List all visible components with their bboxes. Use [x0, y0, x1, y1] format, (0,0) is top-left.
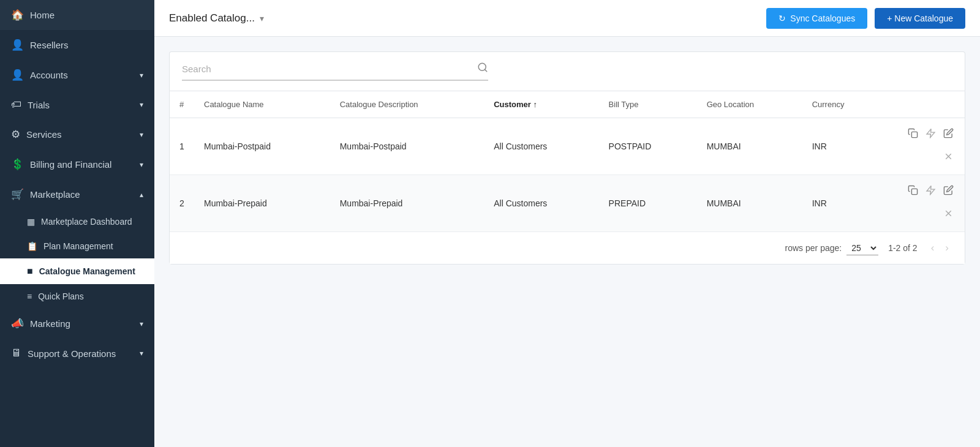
chevron-down-icon: ▾ — [140, 130, 143, 139]
sidebar-item-marketing[interactable]: 📣 Marketing ▾ — [0, 309, 154, 339]
cell-num: 2 — [170, 175, 194, 232]
col-name[interactable]: Catalogue Name — [194, 91, 330, 118]
flash-icon[interactable] — [924, 184, 937, 200]
catalogue-table: # Catalogue Name Catalogue Description C… — [170, 91, 965, 231]
col-num: # — [170, 91, 194, 118]
cell-actions — [884, 175, 965, 232]
disable-icon[interactable] — [942, 150, 955, 166]
page-title: Enabled Catalog... — [169, 12, 255, 24]
search-input[interactable] — [182, 64, 472, 74]
col-bill-type[interactable]: Bill Type — [599, 91, 697, 118]
sidebar-item-label: Marketplace — [30, 189, 134, 200]
search-icon — [477, 62, 488, 76]
sidebar-sub-item-label: Catalogue Management — [39, 266, 135, 276]
main-content: Enabled Catalog... ▾ ↻ Sync Catalogues +… — [154, 0, 980, 447]
trials-icon: 🏷 — [11, 99, 21, 111]
catalogue-table-wrap: # Catalogue Name Catalogue Description C… — [169, 91, 965, 265]
search-bar — [182, 62, 488, 81]
sidebar-sub-item-label: Plan Management — [43, 241, 113, 251]
sidebar-item-home[interactable]: 🏠 Home — [0, 0, 154, 30]
chevron-down-icon: ▾ — [140, 100, 143, 109]
rows-per-page-label: rows per page: — [785, 243, 842, 253]
col-geo-location[interactable]: Geo Location — [697, 91, 802, 118]
edit-icon[interactable] — [942, 184, 955, 200]
marketplace-icon: 🛒 — [11, 188, 24, 201]
rows-per-page-select[interactable]: 25 50 100 — [846, 241, 878, 255]
sidebar-item-resellers[interactable]: 👤 Resellers — [0, 30, 154, 60]
disable-icon[interactable] — [942, 207, 955, 223]
sidebar-item-label: Home — [30, 10, 143, 20]
cell-currency: INR — [802, 118, 884, 175]
col-customer[interactable]: Customer ↑ — [484, 91, 598, 118]
marketing-icon: 📣 — [11, 317, 24, 330]
col-desc[interactable]: Catalogue Description — [330, 91, 484, 118]
cell-desc: Mumbai-Prepaid — [330, 175, 484, 232]
sidebar-item-support-operations[interactable]: 🖥 Support & Operations ▾ — [0, 339, 154, 368]
plan-icon: 📋 — [27, 241, 37, 251]
services-icon: ⚙ — [11, 128, 20, 141]
sidebar-item-marketplace[interactable]: 🛒 Marketplace ▴ — [0, 179, 154, 209]
prev-page-button[interactable]: ‹ — [927, 241, 938, 255]
cell-bill-type: PREPAID — [599, 175, 697, 232]
sync-icon: ↻ — [778, 13, 786, 23]
cell-name: Mumbai-Prepaid — [194, 175, 330, 232]
sidebar-item-catalogue-management[interactable]: ■ Catalogue Management — [0, 258, 154, 284]
support-icon: 🖥 — [11, 347, 21, 359]
col-actions — [884, 91, 965, 118]
topbar-actions: ↻ Sync Catalogues + New Catalogue — [766, 8, 965, 29]
new-label: + New Catalogue — [887, 13, 953, 23]
col-currency[interactable]: Currency — [802, 91, 884, 118]
sidebar-item-accounts[interactable]: 👤 Accounts ▾ — [0, 60, 154, 90]
new-catalogue-button[interactable]: + New Catalogue — [875, 8, 965, 29]
sidebar-item-marketplace-dashboard[interactable]: ▦ Marketplace Dashboard — [0, 209, 154, 234]
chevron-down-icon: ▾ — [140, 71, 143, 80]
catalogue-icon: ■ — [27, 266, 33, 277]
chevron-down-icon: ▾ — [140, 160, 143, 169]
rows-per-page: rows per page: 25 50 100 — [785, 241, 879, 255]
next-page-button[interactable]: › — [941, 241, 952, 255]
table-row: 2 Mumbai-Prepaid Mumbai-Prepaid All Cust… — [170, 175, 965, 232]
sidebar-item-trials[interactable]: 🏷 Trials ▾ — [0, 90, 154, 119]
chevron-up-icon: ▴ — [140, 190, 143, 199]
sidebar-item-label: Marketing — [30, 318, 134, 329]
flash-icon[interactable] — [924, 127, 937, 143]
cell-geo-location: MUMBAI — [697, 175, 802, 232]
cell-customer: All Customers — [484, 118, 598, 175]
sync-catalogues-button[interactable]: ↻ Sync Catalogues — [766, 8, 867, 29]
svg-line-1 — [484, 69, 486, 71]
chevron-down-icon: ▾ — [140, 320, 143, 328]
sidebar-item-label: Billing and Financial — [30, 159, 134, 170]
sync-label: Sync Catalogues — [790, 13, 855, 23]
sidebar-item-label: Support & Operations — [28, 348, 134, 359]
sidebar-item-plan-management[interactable]: 📋 Plan Management — [0, 234, 154, 258]
sidebar-item-label: Services — [26, 129, 134, 140]
content-area: # Catalogue Name Catalogue Description C… — [154, 37, 980, 447]
sort-asc-icon: ↑ — [533, 100, 538, 109]
page-info: 1-2 of 2 — [888, 243, 917, 253]
sidebar-item-billing[interactable]: 💲 Billing and Financial ▾ — [0, 149, 154, 179]
sidebar-item-label: Resellers — [30, 40, 143, 50]
svg-rect-2 — [911, 132, 917, 137]
accounts-icon: 👤 — [11, 69, 24, 81]
sidebar-item-services[interactable]: ⚙ Services ▾ — [0, 119, 154, 149]
cell-name: Mumbai-Postpaid — [194, 118, 330, 175]
home-icon: 🏠 — [11, 9, 24, 21]
resellers-icon: 👤 — [11, 39, 24, 51]
quick-plans-icon: ≡ — [27, 291, 32, 301]
cell-num: 1 — [170, 118, 194, 175]
cell-currency: INR — [802, 175, 884, 232]
sidebar-sub-item-label: Marketplace Dashboard — [41, 217, 132, 227]
copy-icon[interactable] — [907, 184, 919, 200]
dashboard-icon: ▦ — [27, 217, 35, 227]
cell-bill-type: POSTPAID — [599, 118, 697, 175]
sidebar-sub-item-label: Quick Plans — [38, 291, 84, 301]
table-row: 1 Mumbai-Postpaid Mumbai-Postpaid All Cu… — [170, 118, 965, 175]
chevron-down-icon: ▾ — [140, 349, 143, 358]
sidebar-item-quick-plans[interactable]: ≡ Quick Plans — [0, 284, 154, 309]
copy-icon[interactable] — [907, 127, 919, 143]
edit-icon[interactable] — [942, 127, 955, 143]
title-chevron-icon[interactable]: ▾ — [260, 13, 264, 23]
cell-geo-location: MUMBAI — [697, 118, 802, 175]
table-header-row: # Catalogue Name Catalogue Description C… — [170, 91, 965, 118]
page-nav: ‹ › — [927, 241, 952, 255]
